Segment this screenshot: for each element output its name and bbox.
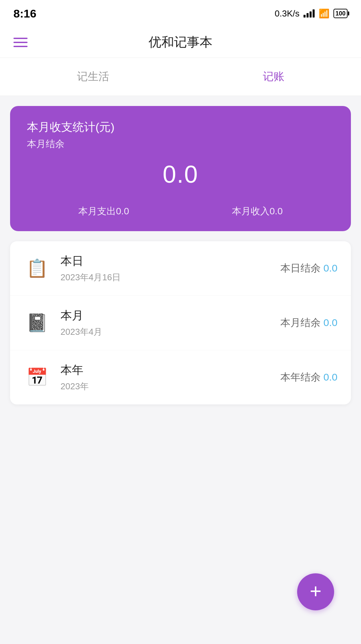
summary-balance: 0.0 [27,160,334,188]
year-icon: 📅 [24,364,50,391]
list-item-year[interactable]: 📅 本年 2023年 本年结余 0.0 [10,350,351,404]
month-title: 本月 [61,308,280,323]
summary-subtitle: 本月结余 [27,138,334,150]
month-date: 2023年4月 [61,326,280,338]
network-speed: 0.3K/s [275,8,299,19]
wifi-icon: 📶 [319,8,329,19]
year-text: 本年 2023年 [61,362,280,392]
year-balance-value: 0.0 [323,371,337,383]
today-title: 本日 [61,253,280,269]
tab-account[interactable]: 记账 [243,66,305,87]
year-balance: 本年结余 0.0 [280,370,337,384]
summary-title: 本月收支统计(元) [27,119,334,135]
menu-button[interactable] [13,38,28,47]
list-item-month[interactable]: 📓 本月 2023年4月 本月结余 0.0 [10,296,351,350]
list-item-today[interactable]: 📋 本日 2023年4月16日 本日结余 0.0 [10,241,351,296]
month-text: 本月 2023年4月 [61,308,280,338]
today-balance-value: 0.0 [323,262,337,274]
month-balance: 本月结余 0.0 [280,316,337,330]
app-title: 优和记事本 [149,34,212,51]
month-icon: 📓 [24,310,50,336]
today-text: 本日 2023年4月16日 [61,253,280,283]
status-bar: 8:16 0.3K/s 📶 100 [0,0,361,27]
summary-row: 本月支出0.0 本月收入0.0 [27,205,334,218]
battery-icon: 100 [333,9,348,18]
list-card: 📋 本日 2023年4月16日 本日结余 0.0 📓 本月 2023年4月 本月… [10,241,351,404]
status-time: 8:16 [13,7,36,20]
year-date: 2023年 [61,381,280,392]
today-icon: 📋 [24,255,50,282]
summary-income: 本月收入0.0 [232,205,283,218]
tab-bar: 记生活 记账 [0,58,361,96]
summary-card: 本月收支统计(元) 本月结余 0.0 本月支出0.0 本月收入0.0 [10,106,351,231]
status-icons: 0.3K/s 📶 100 [275,8,348,19]
month-balance-value: 0.0 [323,317,337,328]
year-title: 本年 [61,362,280,378]
tab-life[interactable]: 记生活 [57,66,129,87]
signal-icon [304,9,315,17]
header: 优和记事本 [0,27,361,58]
add-icon: + [310,581,321,601]
today-date: 2023年4月16日 [61,272,280,283]
main-content: 本月收支统计(元) 本月结余 0.0 本月支出0.0 本月收入0.0 📋 本日 … [0,96,361,415]
summary-expense: 本月支出0.0 [78,205,129,218]
add-button[interactable]: + [297,573,334,610]
today-balance: 本日结余 0.0 [280,261,337,275]
